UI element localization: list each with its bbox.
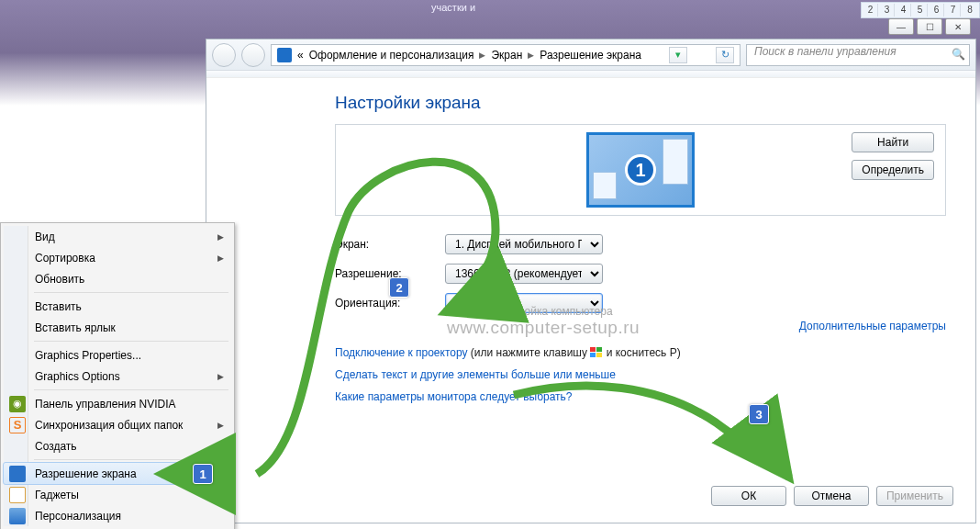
sync-icon: S bbox=[9, 417, 26, 433]
search-input[interactable]: Поиск в панели управления 🔍 bbox=[746, 44, 970, 66]
day-cell: 2 bbox=[863, 4, 878, 17]
window-thumb-icon bbox=[663, 139, 688, 185]
ctx-gadgets[interactable]: Гаджеты bbox=[4, 484, 231, 505]
address-dropdown-button[interactable]: ▾ bbox=[669, 47, 687, 63]
window-thumb-icon bbox=[593, 172, 617, 199]
control-panel-icon bbox=[277, 48, 292, 62]
make-text-bigger-link[interactable]: Сделать текст и другие элементы больше и… bbox=[335, 368, 616, 381]
breadcrumb-overflow[interactable]: « bbox=[297, 49, 304, 62]
calendar-strip: 2 3 4 5 6 7 8 bbox=[861, 2, 980, 18]
ctx-sync-folders[interactable]: SСинхронизация общих папок bbox=[4, 414, 231, 435]
search-icon: 🔍 bbox=[952, 48, 965, 61]
identify-button[interactable]: Определить bbox=[852, 160, 934, 180]
ctx-create[interactable]: Создать bbox=[4, 435, 231, 456]
display-thumbnail[interactable]: 1 bbox=[586, 132, 695, 208]
annotation-badge-2: 2 bbox=[389, 277, 409, 298]
annotation-badge-3: 3 bbox=[749, 404, 769, 424]
chevron-right-icon: ▶ bbox=[479, 51, 485, 60]
separator bbox=[34, 292, 228, 293]
taskbar-title: участки и bbox=[431, 2, 475, 13]
day-cell: 5 bbox=[913, 4, 928, 17]
ctx-view[interactable]: Вид bbox=[4, 226, 231, 247]
dialog-buttons: ОК Отмена Применить bbox=[711, 486, 953, 506]
page-body: Настройки экрана 1 Найти Определить Экра… bbox=[206, 78, 975, 523]
day-cell: 8 bbox=[963, 4, 977, 17]
display-number-badge: 1 bbox=[625, 154, 656, 186]
ctx-graphics-options[interactable]: Graphics Options bbox=[4, 366, 231, 387]
ctx-personalization[interactable]: Персонализация bbox=[4, 505, 231, 526]
watermark-url: www.computer-setup.ru bbox=[447, 318, 640, 338]
ctx-paste[interactable]: Вставить bbox=[4, 296, 231, 317]
projector-line: Подключение к проектору (или нажмите кла… bbox=[335, 346, 946, 359]
ctx-nvidia-panel[interactable]: ◉Панель управления NVIDIA bbox=[4, 393, 231, 414]
close-button[interactable]: ✕ bbox=[945, 18, 971, 35]
ctx-refresh[interactable]: Обновить bbox=[4, 268, 231, 289]
annotation-badge-1: 1 bbox=[193, 464, 213, 484]
nav-forward-button[interactable] bbox=[241, 43, 265, 67]
ok-button[interactable]: ОК bbox=[711, 486, 786, 506]
apply-button[interactable]: Применить bbox=[876, 486, 953, 506]
chevron-right-icon: ▶ bbox=[528, 51, 534, 60]
page-title: Настройки экрана bbox=[335, 93, 946, 113]
windows-key-icon bbox=[590, 347, 603, 358]
day-cell: 7 bbox=[946, 4, 961, 17]
resolution-select[interactable]: 1366 × 768 (рекомендуется) bbox=[445, 264, 603, 284]
detect-button[interactable]: Найти bbox=[852, 132, 934, 152]
minimize-button[interactable]: — bbox=[888, 18, 914, 35]
watermark-subtitle: Настройка компьютера bbox=[494, 305, 613, 318]
nav-back-button[interactable] bbox=[212, 43, 236, 67]
connect-projector-link[interactable]: Подключение к проектору bbox=[335, 346, 468, 359]
window-controls: — ☐ ✕ bbox=[888, 18, 971, 35]
ctx-graphics-properties[interactable]: Graphics Properties... bbox=[4, 344, 231, 366]
breadcrumb-segment[interactable]: Разрешение экрана bbox=[540, 49, 641, 62]
maximize-button[interactable]: ☐ bbox=[917, 18, 942, 35]
day-cell: 4 bbox=[896, 4, 911, 17]
separator bbox=[34, 459, 228, 460]
toolbar-strip bbox=[206, 71, 975, 78]
display-preview-box: 1 Найти Определить bbox=[335, 124, 946, 216]
screen-icon bbox=[9, 466, 26, 482]
ctx-paste-shortcut[interactable]: Вставить ярлык bbox=[4, 317, 231, 338]
separator bbox=[34, 389, 228, 390]
orientation-label: Ориентация: bbox=[335, 297, 445, 310]
separator bbox=[34, 341, 228, 342]
personalization-icon bbox=[9, 508, 26, 524]
breadcrumb-segment[interactable]: Экран bbox=[491, 49, 522, 62]
gadget-icon bbox=[9, 487, 26, 503]
advanced-settings-link[interactable]: Дополнительные параметры bbox=[799, 320, 946, 332]
search-placeholder: Поиск в панели управления bbox=[754, 45, 896, 58]
day-cell: 3 bbox=[880, 4, 895, 17]
display-label: Экран: bbox=[335, 238, 445, 251]
projector-hint: (или нажмите клавишу bbox=[468, 346, 591, 359]
nvidia-icon: ◉ bbox=[9, 396, 26, 412]
day-cell: 6 bbox=[930, 4, 944, 17]
address-bar-row: « Оформление и персонализация ▶ Экран ▶ … bbox=[206, 39, 975, 71]
ctx-sort[interactable]: Сортировка bbox=[4, 247, 231, 268]
refresh-button[interactable]: ↻ bbox=[716, 47, 734, 63]
breadcrumb-bar[interactable]: « Оформление и персонализация ▶ Экран ▶ … bbox=[271, 44, 741, 66]
display-select[interactable]: 1. Дисплей мобильного ПК bbox=[445, 234, 603, 254]
cancel-button[interactable]: Отмена bbox=[794, 486, 869, 506]
projector-hint-tail: и коснитесь P) bbox=[603, 346, 680, 359]
monitor-params-link[interactable]: Какие параметры монитора следует выбрать… bbox=[335, 390, 573, 403]
breadcrumb-segment[interactable]: Оформление и персонализация bbox=[309, 49, 474, 62]
control-panel-window: « Оформление и персонализация ▶ Экран ▶ … bbox=[206, 39, 976, 523]
